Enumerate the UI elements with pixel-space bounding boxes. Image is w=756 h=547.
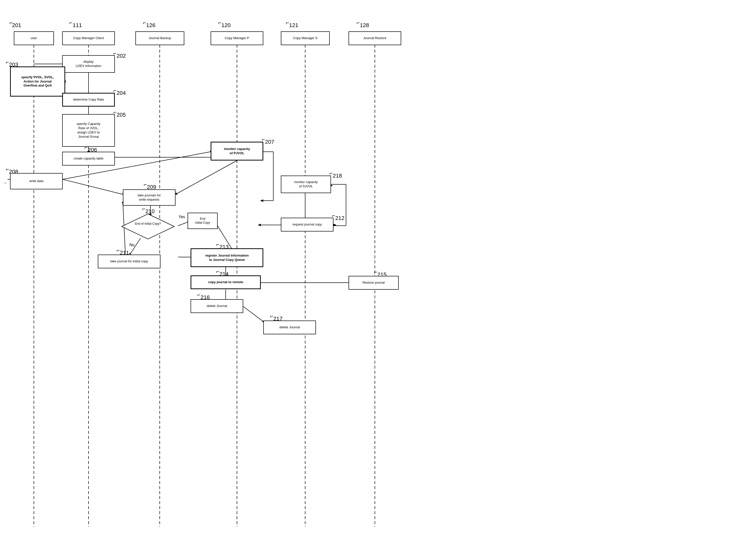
ref-120-bracket: ⌐ xyxy=(218,20,221,26)
svg-line-28 xyxy=(178,222,188,226)
no-label: No xyxy=(129,243,134,247)
ref-206: 206 xyxy=(88,147,97,153)
ref-111: 111 xyxy=(73,22,82,29)
step-205: specify CapacityRate of JVOL,assign LDEV… xyxy=(62,114,115,147)
ref-128: 128 xyxy=(360,22,369,29)
ref-202: 202 xyxy=(117,53,126,59)
step-214: copy journal to remote xyxy=(191,275,261,289)
end-initial-copy: EndInitial Copy xyxy=(188,213,218,229)
svg-text:End of Initial Copy?: End of Initial Copy? xyxy=(135,222,161,225)
ref-126-bracket: ⌐ xyxy=(143,20,146,26)
actor-journal-backup: Journal Backup xyxy=(135,31,184,45)
ref-217-bracket: ⌐ xyxy=(270,313,273,320)
yes-label: Yes xyxy=(179,215,185,219)
step-211: take journal for initial copy xyxy=(98,255,160,268)
svg-marker-55 xyxy=(260,199,263,202)
step-217: delete Journal xyxy=(263,321,316,334)
step-216: delete Journal xyxy=(191,299,243,313)
diagram-container: user 201 ⌐ Copy Manager Client 111 ⌐ Jou… xyxy=(0,0,756,547)
step-203: specify PVOL, SVOL,Action for JournalOve… xyxy=(10,66,65,97)
svg-line-22 xyxy=(63,179,123,194)
ref-218: 218 xyxy=(333,173,342,179)
step-215: Restore journal xyxy=(349,276,399,290)
ref-210-bracket: ⌐ xyxy=(142,206,145,212)
step-207: monitor capacityof PJVOL xyxy=(211,142,263,161)
svg-marker-63 xyxy=(122,214,174,239)
ref-205-bracket: ⌐ xyxy=(113,109,117,116)
ref-217: 217 xyxy=(273,316,283,322)
ref-212: 212 xyxy=(335,215,345,221)
ref-202-bracket: ⌐ xyxy=(113,50,117,57)
actor-copy-manager-s: Copy Manager S xyxy=(281,31,330,45)
step-208: write data xyxy=(10,173,63,189)
svg-line-36 xyxy=(176,161,237,194)
ref-213-bracket: ⌐ xyxy=(216,241,219,248)
step-202: displayLDEV information xyxy=(62,55,115,73)
ref-209-bracket: ⌐ xyxy=(144,181,147,188)
ref-120: 120 xyxy=(221,22,231,29)
ref-215: 215 xyxy=(377,271,387,278)
ref-201: 201 xyxy=(12,22,21,29)
ref-207: 207 xyxy=(265,139,274,145)
ref-121-bracket: ⌐ xyxy=(286,20,289,26)
actor-copy-manager-p: Copy Manager P xyxy=(211,31,263,45)
ref-213: 213 xyxy=(219,244,229,250)
ref-212-bracket: ⌐ xyxy=(332,212,335,219)
ref-204: 204 xyxy=(117,90,126,96)
ref-208: 208 xyxy=(9,169,18,175)
actor-copy-manager-client: Copy Manager Client xyxy=(62,31,115,45)
ref-216-bracket: ⌐ xyxy=(197,292,201,298)
ref-121: 121 xyxy=(289,22,298,29)
ref-204-bracket: ⌐ xyxy=(113,87,117,94)
ref-203: 203 xyxy=(9,61,18,68)
ref-211-bracket: ⌐ xyxy=(117,247,120,254)
svg-line-46 xyxy=(243,306,263,322)
step-212: request journal copy xyxy=(281,218,333,231)
ref-128-bracket: ⌐ xyxy=(357,20,360,26)
ref-216: 216 xyxy=(201,294,210,301)
step-213: register Journal Informationto Journal C… xyxy=(191,248,263,267)
ref-218-bracket: ⌐ xyxy=(329,170,333,177)
step-204: determine Copy Rate xyxy=(62,93,115,107)
svg-marker-62 xyxy=(333,224,337,226)
ref-201-bracket: ⌐ xyxy=(10,20,13,26)
step-218: monitor capacityof SJVOL xyxy=(281,176,331,193)
step-209: take journals forwrite requests xyxy=(123,189,176,206)
actor-user: user xyxy=(14,31,54,45)
ref-215-bracket: ⌐ xyxy=(374,269,377,275)
arrow-in: → xyxy=(3,181,7,185)
ref-211: 211 xyxy=(120,250,129,256)
step-210: End of Initial Copy? xyxy=(120,213,176,240)
ref-208-bracket: ⌐ xyxy=(6,166,9,173)
step-206: create capacity table xyxy=(62,152,115,166)
ref-210: 210 xyxy=(145,208,155,215)
ref-209: 209 xyxy=(147,184,156,190)
svg-marker-39 xyxy=(258,224,261,226)
ref-214-bracket: ⌐ xyxy=(216,268,219,275)
ref-206-bracket: ⌐ xyxy=(85,144,88,151)
ref-126: 126 xyxy=(146,22,155,29)
ref-207-bracket: ⌐ xyxy=(262,136,265,143)
actor-journal-restore: Journal Restore xyxy=(349,31,401,45)
ref-203-bracket: ⌐ xyxy=(6,59,9,65)
ref-205: 205 xyxy=(117,112,126,118)
ref-111-bracket: ⌐ xyxy=(69,20,72,26)
ref-214: 214 xyxy=(219,271,229,277)
